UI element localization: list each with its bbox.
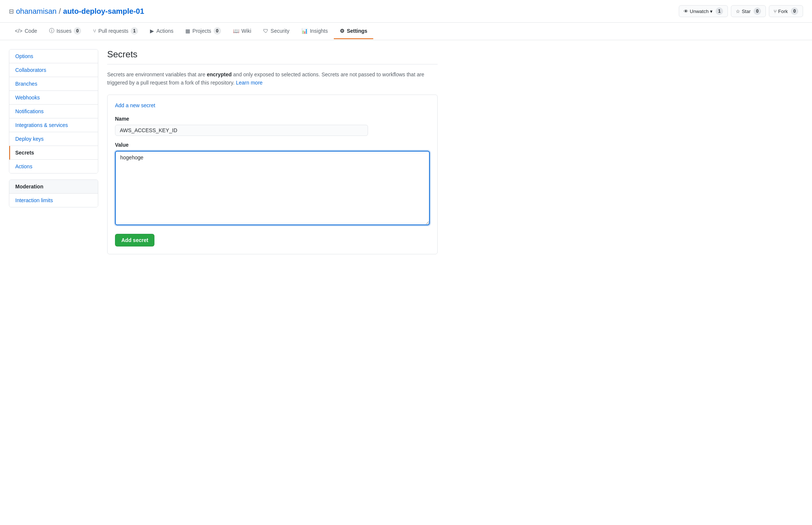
content-divider [107,64,438,64]
header-actions: 👁 Unwatch ▾ 1 ☆ Star 0 ⑂ Fork 0 [679,5,803,17]
fork-label: Fork [778,9,788,14]
add-secret-button[interactable]: Add secret [115,234,154,246]
breadcrumb-separator: / [59,7,61,16]
sidebar-item-interaction-limits[interactable]: Interaction limits [9,194,98,207]
moderation-header: Moderation [9,180,98,194]
projects-icon: ▦ [185,28,190,34]
description-bold: encrypted [207,71,232,77]
tab-issues-label: Issues [57,28,71,34]
repo-owner[interactable]: ohanamisan [16,7,57,16]
value-form-group: Value hogehoge [115,142,430,226]
insights-icon: 📊 [301,28,308,34]
projects-badge: 0 [214,27,221,35]
sidebar-main-section: Options Collaborators Branches Webhooks … [9,49,98,174]
main-content: Options Collaborators Branches Webhooks … [0,40,447,263]
sidebar: Options Collaborators Branches Webhooks … [9,49,98,254]
unwatch-count: 1 [716,7,723,15]
sidebar-item-notifications[interactable]: Notifications [9,105,98,118]
wiki-icon: 📖 [233,28,239,34]
pull-request-icon: ⑂ [93,28,96,34]
secret-card: Add a new secret Name Value hogehoge Add… [107,95,438,254]
actions-icon: ▶ [150,28,154,34]
add-new-secret-link[interactable]: Add a new secret [115,102,155,108]
description-text-1: Secrets are environment variables that a… [107,71,207,77]
sidebar-moderation-section: Moderation Interaction limits [9,179,98,207]
star-button[interactable]: ☆ Star 0 [731,5,766,17]
tab-insights[interactable]: 📊 Insights [295,23,334,39]
issues-badge: 0 [74,27,81,35]
tab-projects[interactable]: ▦ Projects 0 [179,23,227,40]
content-area: Secrets Secrets are environment variable… [107,49,438,254]
tab-security-label: Security [271,28,290,34]
tab-wiki[interactable]: 📖 Wiki [227,23,257,39]
settings-icon: ⚙ [340,28,345,34]
star-icon: ☆ [736,9,740,14]
tab-settings-label: Settings [347,28,367,34]
learn-more-link[interactable]: Learn more [236,80,263,86]
sidebar-item-secrets[interactable]: Secrets [9,146,98,160]
value-textarea[interactable]: hogehoge [115,151,430,225]
star-label: Star [742,9,751,14]
unwatch-button[interactable]: 👁 Unwatch ▾ 1 [679,5,728,17]
name-label: Name [115,116,430,122]
page-header: ⊟ ohanamisan / auto-deploy-sample-01 👁 U… [0,0,812,23]
tab-actions[interactable]: ▶ Actions [144,23,179,39]
code-icon: </> [15,28,22,34]
tab-pull-requests-label: Pull requests [98,28,128,34]
repo-name[interactable]: auto-deploy-sample-01 [63,7,144,16]
value-label: Value [115,142,430,148]
chevron-down-icon: ▾ [710,9,713,14]
security-icon: 🛡 [263,28,268,34]
tab-code-label: Code [25,28,37,34]
content-description: Secrets are environment variables that a… [107,70,438,87]
unwatch-label: Unwatch [690,9,709,14]
tab-issues[interactable]: ⓘ Issues 0 [43,23,87,40]
sidebar-item-actions[interactable]: Actions [9,160,98,173]
tab-actions-label: Actions [156,28,173,34]
fork-icon: ⑂ [774,9,777,14]
issues-icon: ⓘ [49,28,54,34]
repo-icon: ⊟ [9,8,14,15]
name-form-group: Name [115,116,430,136]
tab-pull-requests[interactable]: ⑂ Pull requests 1 [87,23,144,40]
tab-code[interactable]: </> Code [9,23,43,39]
eye-icon: 👁 [684,9,688,14]
fork-count: 0 [791,7,798,15]
tab-wiki-label: Wiki [242,28,251,34]
repo-breadcrumb: ⊟ ohanamisan / auto-deploy-sample-01 [9,7,144,16]
sidebar-item-collaborators[interactable]: Collaborators [9,63,98,77]
fork-button[interactable]: ⑂ Fork 0 [769,5,803,17]
sidebar-item-integrations[interactable]: Integrations & services [9,118,98,132]
sidebar-item-branches[interactable]: Branches [9,77,98,91]
tab-insights-label: Insights [310,28,328,34]
tab-settings[interactable]: ⚙ Settings [334,23,373,39]
nav-tabs: </> Code ⓘ Issues 0 ⑂ Pull requests 1 ▶ … [0,23,812,40]
tab-security[interactable]: 🛡 Security [257,23,295,39]
sidebar-item-deploy-keys[interactable]: Deploy keys [9,132,98,146]
sidebar-item-webhooks[interactable]: Webhooks [9,91,98,105]
sidebar-item-options[interactable]: Options [9,50,98,63]
pull-requests-badge: 1 [131,27,138,35]
name-input[interactable] [115,125,368,136]
tab-projects-label: Projects [192,28,211,34]
page-title: Secrets [107,49,438,60]
star-count: 0 [754,7,761,15]
